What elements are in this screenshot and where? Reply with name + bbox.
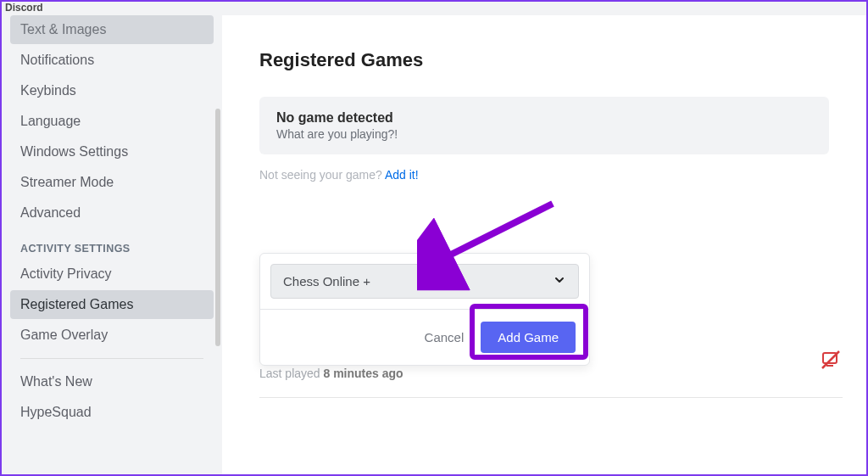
- sidebar-item-windows-settings[interactable]: Windows Settings: [10, 137, 214, 166]
- sidebar-item-notifications[interactable]: Notifications: [10, 46, 214, 75]
- add-it-link[interactable]: Add it!: [385, 168, 419, 182]
- last-played-value: 8 minutes ago: [324, 367, 403, 380]
- svg-rect-1: [826, 365, 833, 367]
- sidebar-item-keybinds[interactable]: Keybinds: [10, 76, 214, 105]
- add-game-button[interactable]: Add Game: [481, 322, 576, 353]
- sidebar-item-hypesquad[interactable]: HypeSquad: [10, 398, 214, 427]
- sidebar-item-language[interactable]: Language: [10, 107, 214, 136]
- sidebar-item-advanced[interactable]: Advanced: [10, 199, 214, 227]
- settings-sidebar: Text & Images Notifications Keybinds Lan…: [2, 15, 222, 474]
- section-header-activity: ACTIVITY SETTINGS: [10, 229, 214, 260]
- cancel-button[interactable]: Cancel: [421, 323, 468, 351]
- last-played: Last played 8 minutes ago: [259, 367, 403, 380]
- sidebar-item-registered-games[interactable]: Registered Games: [10, 290, 214, 319]
- sidebar-item-text-images[interactable]: Text & Images: [10, 15, 214, 44]
- overlay-disabled-icon[interactable]: [821, 350, 841, 373]
- sidebar-scrollbar[interactable]: [215, 109, 220, 346]
- not-seeing-label: Not seeing your game?: [259, 168, 385, 182]
- sidebar-separator: [20, 358, 203, 359]
- no-game-card: No game detected What are you playing?!: [259, 97, 829, 154]
- no-game-subtext: What are you playing?!: [276, 127, 812, 141]
- sidebar-item-streamer-mode[interactable]: Streamer Mode: [10, 168, 214, 197]
- content-divider: [259, 397, 843, 398]
- page-title: Registered Games: [259, 49, 829, 71]
- popover-footer: Cancel Add Game: [260, 309, 589, 365]
- dropdown-value: Chess Online +: [283, 274, 370, 288]
- add-game-popover: Chess Online + Cancel Add Game: [259, 253, 590, 366]
- last-played-prefix: Last played: [259, 367, 324, 380]
- game-select-dropdown[interactable]: Chess Online +: [270, 264, 579, 299]
- app-container: Text & Images Notifications Keybinds Lan…: [2, 2, 866, 474]
- sidebar-item-whats-new[interactable]: What's New: [10, 367, 214, 396]
- app-title: Discord: [5, 2, 43, 14]
- chevron-down-icon: [553, 273, 566, 289]
- main-content: Registered Games No game detected What a…: [222, 15, 866, 474]
- sidebar-item-activity-privacy[interactable]: Activity Privacy: [10, 260, 214, 288]
- not-seeing-text: Not seeing your game? Add it!: [259, 168, 829, 182]
- sidebar-item-game-overlay[interactable]: Game Overlay: [10, 321, 214, 350]
- no-game-title: No game detected: [276, 110, 812, 126]
